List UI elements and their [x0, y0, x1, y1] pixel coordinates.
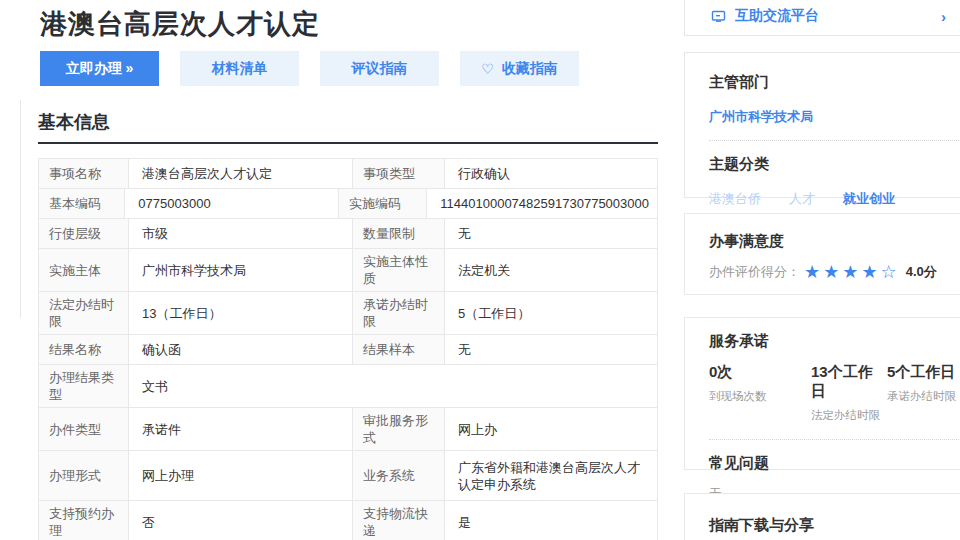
service-stat: 5个工作日承诺办结时限: [887, 363, 959, 423]
field-label: 办理形式: [39, 451, 129, 500]
satisfaction-title: 办事满意度: [709, 232, 959, 251]
field-value: 法定机关: [445, 249, 657, 291]
faq-title: 常见问题: [709, 454, 959, 473]
basic-info-table: 事项名称港澳台高层次人才认定事项类型行政确认基本编码0775003000实施编码…: [38, 158, 658, 540]
field-label: 行使层级: [39, 219, 129, 248]
mutual-exchange-platform-link[interactable]: 互助交流平台 ›: [684, 0, 960, 36]
field-label: 事项名称: [39, 159, 129, 188]
field-label: 事项类型: [353, 159, 445, 188]
field-value: 市级: [129, 219, 353, 248]
field-value: 是: [445, 501, 657, 540]
score-label: 办件评价得分：: [709, 263, 800, 281]
dept-link[interactable]: 广州市科学技术局: [709, 108, 813, 126]
satisfaction-card: 办事满意度 办件评价得分： ★★★★☆ 4.0分: [684, 213, 960, 295]
table-row: 办理形式网上办理业务系统广东省外籍和港澳台高层次人才认定申办系统: [39, 451, 657, 501]
field-value: 行政确认: [445, 159, 657, 188]
review-guide-button[interactable]: 评议指南: [320, 51, 439, 86]
field-value: 确认函: [129, 335, 353, 364]
field-label: 结果样本: [353, 335, 445, 364]
service-stats: 0次到现场次数13个工作日法定办结时限5个工作日承诺办结时限: [709, 363, 959, 423]
field-label: 基本编码: [39, 189, 125, 218]
score-row: 办件评价得分： ★★★★☆ 4.0分: [709, 263, 959, 281]
service-promise-card: 服务承诺 0次到现场次数13个工作日法定办结时限5个工作日承诺办结时限 常见问题…: [684, 317, 960, 470]
field-label: 实施编码: [339, 189, 427, 218]
favorite-guide-button[interactable]: ♡ 收藏指南: [460, 51, 579, 86]
table-row: 法定办结时限13（工作日）承诺办结时限5（工作日）: [39, 292, 657, 335]
field-label: 办理结果类型: [39, 365, 129, 407]
field-value: 11440100007482591730775003000: [427, 189, 657, 218]
page-title: 港澳台高层次人才认定: [40, 6, 320, 42]
left-container-border: [20, 100, 21, 318]
field-label: 实施主体: [39, 249, 129, 291]
star-rating-icons: ★★★★☆: [804, 263, 900, 281]
field-value: 网上办理: [129, 451, 353, 500]
table-row: 支持预约办理否支持物流快递是: [39, 501, 657, 540]
favorite-guide-label: 收藏指南: [502, 60, 558, 78]
stat-label: 法定办结时限: [811, 408, 887, 423]
field-value: 文书: [129, 365, 657, 407]
table-row: 办理结果类型文书: [39, 365, 657, 408]
field-value: 无: [445, 219, 657, 248]
field-label: 数量限制: [353, 219, 445, 248]
materials-list-button[interactable]: 材料清单: [180, 51, 299, 86]
field-value: 网上办: [445, 408, 657, 450]
field-value: 13（工作日）: [129, 292, 353, 334]
field-label: 支持物流快递: [353, 501, 445, 540]
apply-now-button[interactable]: 立即办理 »: [40, 51, 159, 86]
field-value: 无: [445, 335, 657, 364]
dotted-divider: [709, 439, 959, 440]
topic-tag[interactable]: 人才: [789, 190, 815, 208]
topic-tag[interactable]: 就业创业: [843, 190, 895, 208]
topic-tag[interactable]: 港澳台侨: [709, 190, 761, 208]
service-stat: 13个工作日法定办结时限: [811, 363, 887, 423]
action-button-row: 立即办理 » 材料清单 评议指南 ♡ 收藏指南: [40, 51, 579, 86]
heart-icon: ♡: [481, 61, 494, 77]
topic-card-title: 主题分类: [709, 155, 959, 174]
field-label: 办件类型: [39, 408, 129, 450]
stat-value: 13个工作日: [811, 363, 887, 401]
table-row: 事项名称港澳台高层次人才认定事项类型行政确认: [39, 159, 657, 189]
stat-label: 到现场次数: [709, 389, 811, 404]
field-label: 结果名称: [39, 335, 129, 364]
department-card: 主管部门 广州市科学技术局 主题分类 港澳台侨人才就业创业: [684, 52, 960, 198]
field-label: 审批服务形式: [353, 408, 445, 450]
table-row: 结果名称确认函结果样本无: [39, 335, 657, 365]
field-label: 支持预约办理: [39, 501, 129, 540]
chevron-right-icon[interactable]: ›: [941, 8, 946, 25]
field-value: 0775003000: [125, 189, 339, 218]
table-row: 行使层级市级数量限制无: [39, 219, 657, 249]
field-value: 港澳台高层次人才认定: [129, 159, 353, 188]
stat-value: 0次: [709, 363, 811, 382]
chat-platform-icon: [711, 9, 726, 24]
field-value: 否: [129, 501, 353, 540]
field-label: 业务系统: [353, 451, 445, 500]
basic-info-section-header: 基本信息: [38, 110, 658, 144]
field-label: 法定办结时限: [39, 292, 129, 334]
topic-tags: 港澳台侨人才就业创业: [709, 190, 959, 208]
platform-label: 互助交流平台: [735, 7, 819, 25]
table-row: 办件类型承诺件审批服务形式网上办: [39, 408, 657, 451]
basic-info-title: 基本信息: [38, 110, 658, 134]
service-promise-title: 服务承诺: [709, 332, 959, 351]
field-value: 广东省外籍和港澳台高层次人才认定申办系统: [445, 451, 657, 500]
service-detail-page: 港澳台高层次人才认定 立即办理 » 材料清单 评议指南 ♡ 收藏指南 基本信息 …: [0, 0, 960, 540]
guide-download-share-card: 指南下载与分享: [684, 493, 960, 540]
dotted-divider: [709, 140, 959, 141]
field-value: 5（工作日）: [445, 292, 657, 334]
field-value: 承诺件: [129, 408, 353, 450]
service-stat: 0次到现场次数: [709, 363, 811, 423]
field-label: 实施主体性质: [353, 249, 445, 291]
field-value: 广州市科学技术局: [129, 249, 353, 291]
field-label: 承诺办结时限: [353, 292, 445, 334]
dept-card-title: 主管部门: [709, 73, 959, 92]
table-row: 基本编码0775003000实施编码1144010000748259173077…: [39, 189, 657, 219]
stat-value: 5个工作日: [887, 363, 959, 382]
score-value: 4.0分: [906, 263, 937, 281]
guide-download-share-title: 指南下载与分享: [709, 516, 959, 535]
table-row: 实施主体广州市科学技术局实施主体性质法定机关: [39, 249, 657, 292]
stat-label: 承诺办结时限: [887, 389, 959, 404]
